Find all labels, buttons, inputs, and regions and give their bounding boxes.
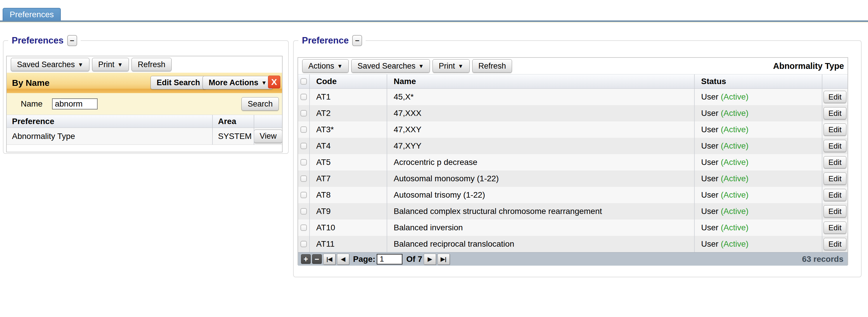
collapse-panel-icon[interactable]: − — [67, 35, 77, 46]
status-badge: (Active) — [721, 109, 748, 118]
edit-button[interactable]: Edit — [824, 91, 847, 103]
refresh-button[interactable]: Refresh — [472, 59, 512, 73]
edit-button[interactable]: Edit — [824, 238, 847, 250]
table-row: AT7 Autosomal monosomy (1-22) User (Acti… — [298, 171, 847, 187]
prev-page-button[interactable]: ◀ — [337, 254, 349, 265]
status-badge: (Active) — [721, 223, 748, 232]
table-row: AT1 45,X* User (Active) Edit — [298, 89, 847, 105]
table-row: AT10 Balanced inversion User (Active) Ed… — [298, 219, 847, 236]
status-cell: User (Active) — [694, 187, 822, 203]
edit-button[interactable]: Edit — [824, 156, 847, 168]
collapse-panel-icon[interactable]: − — [352, 35, 362, 46]
table-row: AT9 Balanced complex structural chromoso… — [298, 203, 847, 219]
more-actions-button[interactable]: More Actions ▼ — [203, 76, 273, 89]
row-checkbox[interactable] — [301, 159, 307, 166]
status-badge: (Active) — [721, 141, 748, 151]
edit-column-header — [822, 74, 847, 89]
code-cell: AT1 — [309, 89, 386, 105]
edit-button[interactable]: Edit — [824, 221, 847, 234]
edit-cell: Edit — [822, 121, 847, 138]
next-page-button[interactable]: ▶ — [424, 254, 436, 265]
status-badge: (Active) — [721, 92, 748, 102]
select-all-checkbox[interactable] — [301, 78, 307, 85]
chevron-down-icon: ▼ — [418, 63, 424, 69]
row-checkbox[interactable] — [301, 208, 307, 215]
print-button[interactable]: Print ▼ — [433, 59, 469, 73]
preferences-panel-legend: Preferences − — [8, 33, 81, 48]
row-checkbox[interactable] — [301, 110, 307, 116]
table-row: AT4 47,XYY User (Active) Edit — [298, 138, 847, 154]
view-button[interactable]: View — [254, 130, 282, 143]
right-table-body: AT1 45,X* User (Active) Edit AT2 47,XXX … — [298, 89, 847, 252]
row-checkbox[interactable] — [301, 175, 307, 182]
saved-searches-button[interactable]: Saved Searches ▼ — [351, 59, 430, 73]
name-column-header: Name — [386, 74, 694, 89]
table-row: AT3* 47,XXY User (Active) Edit — [298, 121, 847, 138]
edit-cell: Edit — [822, 236, 847, 252]
right-toolbar: Actions ▼ Saved Searches ▼ Print ▼ Refre… — [298, 58, 847, 74]
left-toolbar: Saved Searches ▼ Print ▼ Refresh — [7, 56, 282, 73]
checkbox-cell — [298, 236, 309, 252]
status-cell: User (Active) — [694, 236, 822, 252]
name-cell: 47,XXX — [386, 105, 694, 121]
edit-cell: Edit — [822, 105, 847, 121]
table-row: AT5 Acrocentric p decrease User (Active)… — [298, 154, 847, 171]
row-checkbox[interactable] — [301, 94, 307, 100]
preference-column-header: Preference — [7, 115, 212, 128]
status-badge: (Active) — [721, 190, 748, 200]
search-button[interactable]: Search — [241, 97, 279, 111]
edit-cell: Edit — [822, 187, 847, 203]
area-cell: SYSTEM — [212, 128, 254, 144]
edit-button[interactable]: Edit — [824, 189, 847, 201]
checkbox-cell — [298, 219, 309, 236]
table-row: AT11 Balanced reciprocal translocation U… — [298, 236, 847, 252]
status-cell: User (Active) — [694, 154, 822, 171]
edit-button[interactable]: Edit — [824, 124, 847, 136]
row-checkbox[interactable] — [301, 143, 307, 149]
print-button[interactable]: Print ▼ — [92, 58, 129, 71]
expand-icon[interactable]: + — [301, 254, 311, 264]
preferences-search-box: Saved Searches ▼ Print ▼ Refresh By Name… — [6, 56, 283, 152]
row-checkbox[interactable] — [301, 241, 307, 247]
edit-button[interactable]: Edit — [824, 107, 847, 119]
first-page-button[interactable]: |◀ — [323, 254, 336, 265]
checkbox-cell — [298, 171, 309, 187]
row-checkbox[interactable] — [301, 192, 307, 198]
refresh-button[interactable]: Refresh — [131, 58, 172, 71]
page-input[interactable] — [377, 254, 402, 265]
last-page-button[interactable]: ▶| — [437, 254, 450, 265]
checkbox-cell — [298, 187, 309, 203]
saved-searches-button[interactable]: Saved Searches ▼ — [11, 58, 89, 71]
code-cell: AT7 — [309, 171, 386, 187]
table-row: AT8 Autosomal trisomy (1-22) User (Activ… — [298, 187, 847, 203]
edit-cell: Edit — [822, 138, 847, 154]
edit-search-button[interactable]: Edit Search — [151, 76, 206, 89]
view-cell: View — [254, 128, 282, 144]
actions-button[interactable]: Actions ▼ — [302, 59, 349, 73]
name-field-label: Name — [21, 99, 43, 109]
status-badge: (Active) — [721, 157, 748, 167]
left-table-header: Preference Area — [7, 115, 282, 128]
edit-button[interactable]: Edit — [824, 173, 847, 185]
preference-list-box: Actions ▼ Saved Searches ▼ Print ▼ Refre… — [298, 57, 848, 265]
status-cell: User (Active) — [694, 138, 822, 154]
code-cell: AT10 — [309, 219, 386, 236]
checkbox-cell — [298, 154, 309, 171]
tab-preferences-label: Preferences — [10, 10, 54, 19]
collapse-icon[interactable]: − — [312, 254, 322, 264]
status-cell: User (Active) — [694, 105, 822, 121]
edit-button[interactable]: Edit — [824, 140, 847, 152]
context-title: Abnormality Type — [773, 61, 844, 71]
name-input[interactable] — [52, 98, 98, 109]
edit-button[interactable]: Edit — [824, 205, 847, 217]
page-count-label: Of 7 — [406, 254, 422, 264]
pagination-bar: + − |◀ ◀ Page: Of 7 ▶ ▶| 63 records — [298, 252, 847, 266]
name-cell: Balanced reciprocal translocation — [386, 236, 694, 252]
row-checkbox[interactable] — [301, 224, 307, 231]
status-cell: User (Active) — [694, 89, 822, 105]
close-icon[interactable]: X — [268, 76, 280, 89]
area-column-header: Area — [212, 115, 254, 128]
tab-preferences[interactable]: Preferences — [3, 8, 61, 21]
name-cell: Balanced inversion — [386, 219, 694, 236]
row-checkbox[interactable] — [301, 127, 307, 133]
